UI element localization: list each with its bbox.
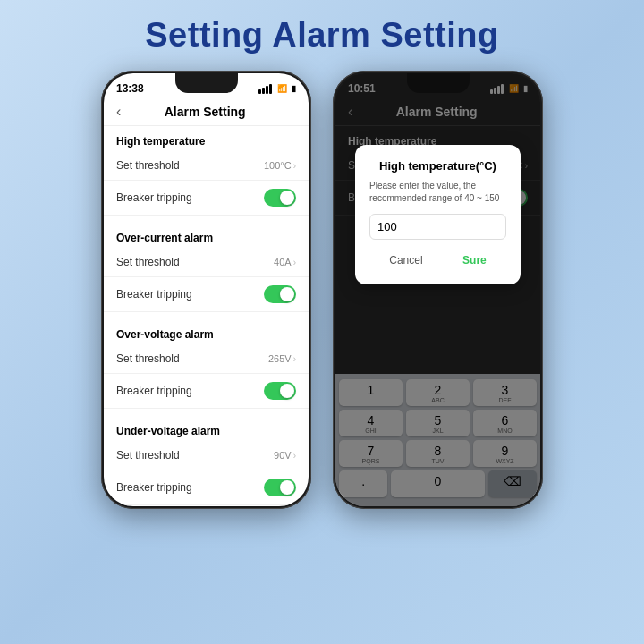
phone-dark: 10:51 📶 ▮ ‹ Alarm Setting [333,71,543,509]
threshold-value-1: 100°C › [264,160,296,171]
threshold-label-2: Set threshold [116,256,180,268]
phone-dark-inner: 10:51 📶 ▮ ‹ Alarm Setting [335,73,540,506]
battery-icon-light: ▮ [292,84,296,93]
threshold-value-3: 265V › [268,353,296,364]
setting-row-threshold-1[interactable]: Set threshold 100°C › [104,151,309,181]
threshold-value-2: 40A › [274,257,296,267]
nav-bar-light: ‹ Alarm Setting [104,98,309,126]
setting-row-threshold-2[interactable]: Set threshold 40A › [104,248,309,277]
wifi-icon-light: 📶 [277,84,287,93]
threshold-value-4: 90V › [274,450,296,461]
setting-row-breaker-2: Breaker tripping [104,277,309,312]
setting-row-threshold-3[interactable]: Set threshold 265V › [104,344,309,374]
modal-cancel-button[interactable]: Cancel [378,250,433,270]
breaker-toggle-3[interactable] [264,382,296,400]
breaker-label-3: Breaker tripping [116,385,192,397]
setting-row-threshold-4[interactable]: Set threshold 90V › [104,441,309,470]
phones-container: 13:38 📶 ▮ ‹ Alarm Setting [83,71,561,509]
section-overcurrent-light: Over-current alarm [104,223,309,248]
modal-sure-button[interactable]: Sure [452,250,497,270]
section-overvoltage-light: Over-voltage alarm [104,319,309,344]
page-title: Setting Alarm Setting [145,16,498,55]
modal-buttons: Cancel Sure [369,250,506,270]
screen-content-light: High temperature Set threshold 100°C › B… [104,126,309,505]
breaker-label-1: Breaker tripping [116,191,192,204]
section-undervoltage-light: Under-voltage alarm [104,416,309,441]
phone-light-inner: 13:38 📶 ▮ ‹ Alarm Setting [104,73,309,506]
nav-title-light: Alarm Setting [128,105,282,119]
threshold-label-4: Set threshold [116,449,180,462]
breaker-toggle-1[interactable] [264,189,296,207]
status-icons-light: 📶 ▮ [258,84,296,94]
modal-overlay: High temperature(°C) Please enter the va… [335,73,540,506]
breaker-label-2: Breaker tripping [116,288,192,301]
breaker-label-4: Breaker tripping [116,481,192,494]
threshold-label-3: Set threshold [116,352,180,365]
threshold-label-1: Set threshold [116,159,180,172]
modal-description: Please enter the value, the recommended … [369,180,506,205]
breaker-toggle-4[interactable] [264,479,296,496]
modal-dialog: High temperature(°C) Please enter the va… [355,145,521,284]
phone-light: 13:38 📶 ▮ ‹ Alarm Setting [101,71,311,509]
breaker-toggle-2[interactable] [264,285,296,303]
setting-row-breaker-4: Breaker tripping [104,470,309,505]
section-high-temp-light: High temperature [104,126,309,151]
status-time-light: 13:38 [116,82,144,95]
modal-title: High temperature(°C) [369,159,506,173]
back-button-light[interactable]: ‹ [116,104,121,120]
setting-row-breaker-1: Breaker tripping [104,181,309,216]
setting-row-breaker-3: Breaker tripping [104,374,309,409]
notch-light [175,73,238,93]
modal-input[interactable] [369,214,506,240]
